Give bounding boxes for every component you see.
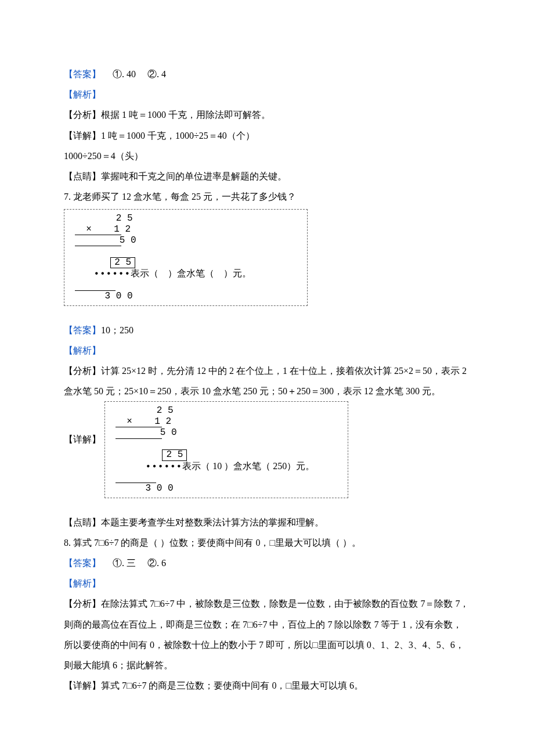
q8-analysis-text: 在除法算式 7□6÷7 中，被除数是三位数，除数是一位数，由于被除数的百位数 7… — [64, 599, 469, 670]
q8-analysis: 【分析】在除法算式 7□6÷7 中，被除数是三位数，除数是一位数，由于被除数的百… — [64, 593, 470, 675]
circle-2: ②. — [147, 69, 161, 79]
analysis-label: 【分析】 — [64, 110, 101, 120]
dcalc-r4: 2 5 ••••••表示（ 10 ）盒水笔（ 250）元。 — [112, 439, 341, 483]
circle-1: ①. — [113, 69, 127, 79]
q8-ans2: 6 — [161, 558, 166, 568]
q7-answer: 10；250 — [101, 325, 134, 335]
sec6-analysis: 【分析】根据 1 吨＝1000 千克，用除法即可解答。 — [64, 105, 470, 125]
circle-2: ②. — [147, 558, 161, 568]
detail-label: 【详解】 — [64, 681, 101, 690]
calc-label: 表示（ ）盒水笔（ ）元。 — [131, 268, 251, 278]
q8-detail: 【详解】算式 7□6÷7 的商是三位数；要使商中间有 0，□里最大可以填 6。 — [64, 675, 470, 696]
analysis-label: 【分析】 — [64, 599, 101, 609]
fill-end: ）元。 — [223, 268, 251, 278]
dianjing-label: 【点睛】 — [64, 517, 101, 527]
q7-detail-calc-box: 2 5 × 1 2 5 0 2 5 ••••••表示（ 10 ）盒水笔（ 250… — [104, 401, 348, 498]
q7-dianjing: 【点睛】本题主要考查学生对整数乘法计算方法的掌握和理解。 — [64, 512, 470, 532]
calc-r2: × 1 2 — [75, 224, 121, 235]
q8-detail-text: 算式 7□6÷7 的商是三位数；要使商中间有 0，□里最大可以填 6。 — [101, 681, 363, 690]
q7-analysis-text: 计算 25×12 时，先分清 12 中的 2 在个位上，1 在十位上，接着依次计… — [64, 366, 467, 396]
dcalc-r2: × 1 2 — [116, 416, 162, 427]
q7-detail-row: 【详解】 2 5 × 1 2 5 0 2 5 ••••••表示（ 10 ）盒水笔… — [64, 401, 470, 498]
calc-box25: 2 5 — [110, 257, 135, 269]
fill-mid: ）盒水笔（ — [168, 268, 214, 278]
q7-question: 7. 龙老师买了 12 盒水笔，每盒 25 元，一共花了多少钱？ — [64, 186, 470, 207]
dfill-mid: ）盒水笔（ — [224, 461, 270, 471]
q7-calc-box: 2 5 × 1 2 5 0 2 5 ••••••表示（ ）盒水笔（ ）元。 3 … — [64, 209, 308, 305]
sec6-answer-line: 【答案】 ①. 40 ②. 4 — [64, 64, 470, 84]
q7-question-text: 龙老师买了 12 盒水笔，每盒 25 元，一共花了多少钱？ — [73, 192, 296, 201]
answer-label: 【答案】 — [64, 69, 101, 79]
sec6-detail2: 1000÷250＝4（头） — [64, 146, 470, 166]
dfill-1: 10 — [210, 461, 224, 471]
sec6-detail-text: 1 吨＝1000 千克，1000÷25＝40（个） — [101, 131, 255, 141]
circle-1: ①. — [113, 558, 127, 568]
q7-analysis: 【分析】计算 25×12 时，先分清 12 中的 2 在个位上，1 在十位上，接… — [64, 361, 470, 401]
dcalc-r5: 3 0 0 — [112, 483, 341, 494]
dfill-end: ）元。 — [287, 461, 315, 471]
calc-r1: 2 5 — [71, 213, 300, 224]
sec6-analysis-text: 根据 1 吨＝1000 千克，用除法即可解答。 — [101, 110, 270, 120]
explain-label: 【解析】 — [64, 84, 470, 105]
dcalc-dots: •••••• — [146, 462, 183, 472]
dfill-pre: 表示（ — [182, 461, 210, 471]
dianjing-label: 【点睛】 — [64, 171, 101, 181]
dcalc-r1: 2 5 — [112, 405, 341, 416]
fill-pre: 表示（ — [131, 268, 158, 278]
fill-blank1[interactable] — [158, 268, 168, 278]
sec6-detail: 【详解】1 吨＝1000 千克，1000÷25＝40（个） — [64, 125, 470, 146]
q7-dianjing-text: 本题主要考查学生对整数乘法计算方法的掌握和理解。 — [101, 517, 324, 527]
fill-blank2[interactable] — [214, 268, 223, 278]
dfill-2: 250 — [270, 461, 287, 471]
q8-answer-line: 【答案】 ①. 三 ②. 6 — [64, 553, 470, 573]
calc-r5: 3 0 0 — [71, 291, 300, 301]
q8-ans1: 三 — [127, 558, 136, 568]
explain-label: 【解析】 — [64, 340, 470, 361]
dcalc-label: 表示（ 10 ）盒水笔（ 250）元。 — [182, 461, 315, 471]
dcalc-r3: 5 0 — [116, 427, 162, 438]
q8-number: 8. — [64, 538, 73, 548]
analysis-label: 【分析】 — [64, 366, 101, 376]
calc-dots: •••••• — [93, 269, 131, 279]
q7-number: 7. — [64, 192, 73, 201]
answer-label: 【答案】 — [64, 325, 101, 335]
q8-question-text: 算式 7□6÷7 的商是（ ）位数；要使商中间有 0，□里最大可以填（ ）。 — [73, 538, 361, 548]
sec6-ans2: 4 — [161, 69, 166, 79]
calc-r3: 5 0 — [75, 235, 121, 246]
q7-answer-line: 【答案】10；250 — [64, 320, 470, 340]
detail-label: 【详解】 — [64, 401, 101, 449]
dcalc-box25: 2 5 — [162, 449, 187, 461]
sec6-ans1: 40 — [127, 69, 136, 79]
answer-label: 【答案】 — [64, 558, 101, 568]
explain-label: 【解析】 — [64, 573, 470, 593]
sec6-dianjing: 【点睛】掌握吨和千克之间的单位进率是解题的关键。 — [64, 166, 470, 186]
detail-label: 【详解】 — [64, 131, 101, 141]
q8-question: 8. 算式 7□6÷7 的商是（ ）位数；要使商中间有 0，□里最大可以填（ ）… — [64, 532, 470, 553]
calc-r4: 2 5 ••••••表示（ ）盒水笔（ ）元。 — [71, 246, 300, 290]
sec6-dianjing-text: 掌握吨和千克之间的单位进率是解题的关键。 — [101, 171, 287, 181]
